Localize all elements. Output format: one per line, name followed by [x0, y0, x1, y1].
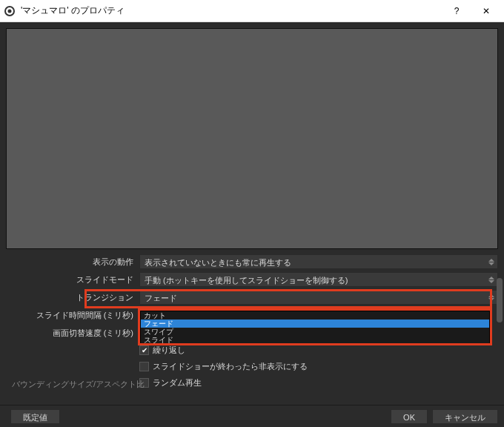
form-area: 表示の動作 表示されていないときにも常に再生する スライドモード 手動 (ホット…: [6, 254, 498, 390]
svg-point-1: [8, 9, 12, 13]
select-display-behavior[interactable]: 表示されていないときにも常に再生する: [139, 254, 498, 269]
label-hide-after: スライドショーが終わったら非表示にする: [153, 361, 308, 372]
spin-icon: [488, 291, 496, 303]
row-slide-mode: スライドモード 手動 (ホットキーを使用してスライドショーを制御する): [6, 271, 498, 288]
scrollbar[interactable]: [497, 278, 503, 419]
select-slide-mode[interactable]: 手動 (ホットキーを使用してスライドショーを制御する): [139, 272, 498, 287]
bottom-bar: 既定値 OK キャンセル: [0, 405, 504, 427]
spin-icon: [488, 274, 496, 285]
label-transition: トランジション: [6, 292, 139, 303]
scrollbar-thumb[interactable]: [497, 278, 503, 322]
checkbox-hide-after[interactable]: [139, 362, 149, 371]
label-slide-mode: スライドモード: [6, 274, 139, 285]
select-value: 手動 (ホットキーを使用してスライドショーを制御する): [145, 276, 348, 285]
label-bounding-aspect: バウンディングサイズ/アスペクト比: [12, 379, 145, 390]
label-slide-interval: スライド時間間隔 (ミリ秒): [6, 310, 139, 321]
dropdown-option-slide[interactable]: スライド: [141, 336, 489, 344]
dropdown-option-cut[interactable]: カット: [141, 311, 489, 320]
transition-dropdown-list[interactable]: カット フェード スワイプ スライド: [140, 311, 490, 345]
preview-area: [6, 28, 498, 249]
label-random: ランダム再生: [153, 377, 202, 388]
spin-icon: [488, 256, 496, 268]
dropdown-option-fade[interactable]: フェード: [141, 320, 489, 328]
app-icon: [3, 4, 16, 18]
ok-button[interactable]: OK: [391, 409, 428, 424]
help-button[interactable]: ?: [442, 1, 471, 21]
row-display-behavior: 表示の動作 表示されていないときにも常に再生する: [6, 254, 498, 270]
checkbox-repeat[interactable]: ✔: [139, 345, 149, 355]
select-value: フェード: [145, 294, 177, 302]
label-repeat: 繰り返し: [153, 345, 185, 356]
label-switch-speed: 画面切替速度 (ミリ秒): [6, 328, 139, 339]
cancel-button[interactable]: キャンセル: [432, 409, 498, 424]
select-value: 表示されていないときにも常に再生する: [145, 258, 291, 267]
label-display-behavior: 表示の動作: [6, 256, 139, 268]
dropdown-option-swipe[interactable]: スワイプ: [141, 328, 489, 336]
row-transition: トランジション フェード: [6, 289, 498, 305]
titlebar: 'マシュマロ' のプロパティ ? ✕: [0, 0, 504, 22]
defaults-button[interactable]: 既定値: [10, 409, 60, 424]
window-title: 'マシュマロ' のプロパティ: [21, 4, 442, 17]
select-transition[interactable]: フェード: [139, 290, 498, 305]
close-button[interactable]: ✕: [471, 1, 501, 21]
dialog-body: 表示の動作 表示されていないときにも常に再生する スライドモード 手動 (ホット…: [0, 22, 504, 405]
row-hide-after[interactable]: スライドショーが終わったら非表示にする: [6, 359, 498, 374]
row-repeat[interactable]: ✔ 繰り返し: [6, 342, 498, 357]
